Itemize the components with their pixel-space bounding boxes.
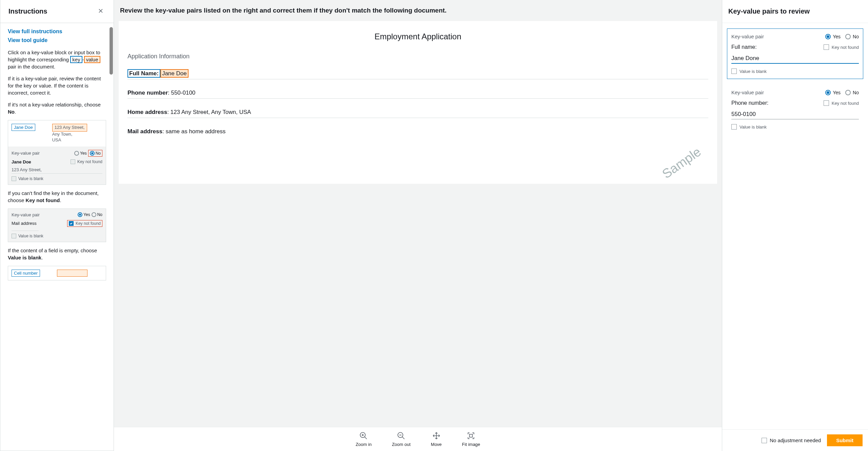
radio-selected-icon — [825, 90, 831, 95]
right-footer: No adjustment needed Submit — [722, 429, 868, 451]
kv-item[interactable]: Key-value pair Yes No Phone number: Key … — [727, 84, 863, 135]
checkbox-empty-icon — [12, 234, 16, 238]
example3-value-empty — [57, 270, 87, 277]
zoom-out-icon — [397, 431, 406, 441]
key-highlight-example: key — [70, 56, 82, 63]
zoom-in-button[interactable]: Zoom in — [356, 431, 372, 447]
kv-review-title: Key-value pairs to review — [728, 7, 862, 15]
document-toolbar: Zoom in Zoom out Move Fit image — [114, 427, 722, 451]
kvp-radio-yes[interactable]: Yes — [825, 90, 841, 95]
instructions-panel: Instructions View full instructions View… — [0, 0, 114, 451]
example2-keynotfound-highlighted: Key not found — [67, 220, 102, 227]
kv-item[interactable]: Key-value pair Yes No Full name: Key not… — [727, 28, 863, 79]
kv-key-text: Phone number: — [731, 100, 768, 106]
radio-icon — [845, 34, 851, 39]
checkbox-empty-icon — [731, 124, 737, 130]
radio-selected-icon — [78, 212, 82, 217]
scrollbar-thumb[interactable] — [110, 27, 113, 75]
right-panel: Key-value pairs to review Key-value pair… — [722, 0, 868, 451]
instructions-p1: Click on a key-value block or input box … — [8, 49, 106, 70]
radio-icon — [845, 90, 851, 95]
fit-image-button[interactable]: Fit image — [462, 431, 480, 447]
view-tool-guide-link[interactable]: View tool guide — [8, 37, 106, 43]
kvp-label: Key-value pair — [731, 90, 764, 95]
example3-key: Cell number — [12, 270, 40, 277]
doc-value-highlighted: Jane Doe — [160, 69, 189, 78]
kv-key-text: Full name: — [731, 44, 757, 50]
example-box-1: Jane Doe 123 Any Street, Any Town, USA K… — [8, 120, 106, 185]
value-blank-checkbox[interactable]: Value is blank — [731, 124, 767, 130]
example-box-3: Cell number — [8, 266, 106, 280]
instructions-title: Instructions — [8, 7, 47, 15]
doc-field-full-name[interactable]: Full Name:Jane Doe — [127, 68, 708, 79]
kvp-radio-yes[interactable]: Yes — [825, 34, 841, 39]
value-blank-checkbox[interactable]: Value is blank — [731, 68, 767, 74]
doc-field-mail-address[interactable]: Mail address: same as home address — [127, 126, 708, 137]
move-button[interactable]: Move — [431, 431, 442, 447]
checkbox-empty-icon — [824, 100, 829, 106]
instructions-body[interactable]: View full instructions View tool guide C… — [0, 23, 114, 451]
instructions-header: Instructions — [0, 0, 114, 23]
checkbox-checked-icon — [69, 221, 74, 226]
doc-field-phone[interactable]: Phone number: 550-0100 — [127, 87, 708, 99]
instructions-p3: If it's not a key-value relationship, ch… — [8, 101, 106, 115]
radio-selected-icon — [825, 34, 831, 39]
document: Employment Application Application Infor… — [119, 21, 717, 184]
no-adjustment-checkbox[interactable]: No adjustment needed — [762, 437, 821, 443]
checkbox-empty-icon — [71, 159, 75, 164]
watermark: Sample — [659, 144, 704, 181]
close-icon — [97, 10, 104, 15]
example-box-2: Key-value pair Yes No Mail address Key n… — [8, 209, 106, 242]
checkbox-empty-icon — [731, 68, 737, 74]
key-not-found-checkbox[interactable]: Key not found — [824, 100, 859, 106]
document-canvas[interactable]: Employment Application Application Infor… — [114, 21, 722, 427]
kv-list: Key-value pair Yes No Full name: Key not… — [722, 23, 868, 429]
example1-value: 123 Any Street, — [52, 124, 87, 132]
svg-rect-2 — [470, 434, 473, 437]
value-highlight-example: value — [84, 56, 100, 63]
kv-value-input[interactable]: Jane Done — [731, 55, 859, 64]
kvp-radio-no[interactable]: No — [845, 90, 859, 95]
submit-button[interactable]: Submit — [827, 434, 863, 446]
instructions-p2: If it is a key-value pair, review the co… — [8, 75, 106, 96]
move-icon — [432, 431, 441, 441]
zoom-in-icon — [359, 431, 368, 441]
center-panel: Review the key-value pairs listed on the… — [114, 0, 722, 451]
kvp-label: Key-value pair — [731, 34, 764, 39]
close-instructions-button[interactable] — [96, 6, 105, 17]
doc-field-home-address[interactable]: Home address: 123 Any Street, Any Town, … — [127, 107, 708, 118]
document-title: Employment Application — [127, 32, 708, 41]
checkbox-empty-icon — [824, 44, 829, 50]
radio-icon — [92, 212, 96, 217]
instructions-p4: If you can't find the key in the documen… — [8, 190, 106, 204]
radio-icon — [74, 151, 79, 156]
instructions-p5: If the content of a field is empty, choo… — [8, 247, 106, 261]
example1-no-highlighted: No — [88, 150, 102, 157]
right-header: Key-value pairs to review — [722, 0, 868, 23]
radio-selected-icon — [90, 151, 95, 156]
document-section: Application Information — [127, 53, 708, 60]
kv-value-input[interactable]: 550-0100 — [731, 111, 859, 119]
kvp-radio-no[interactable]: No — [845, 34, 859, 39]
view-full-instructions-link[interactable]: View full instructions — [8, 28, 106, 35]
checkbox-empty-icon — [12, 176, 16, 181]
fit-image-icon — [467, 431, 475, 441]
example1-key: Jane Doe — [12, 124, 35, 131]
doc-key-highlighted: Full Name: — [127, 69, 160, 78]
key-not-found-checkbox[interactable]: Key not found — [824, 44, 859, 50]
zoom-out-button[interactable]: Zoom out — [392, 431, 411, 447]
review-instruction-text: Review the key-value pairs listed on the… — [114, 0, 722, 21]
checkbox-empty-icon — [762, 438, 767, 443]
